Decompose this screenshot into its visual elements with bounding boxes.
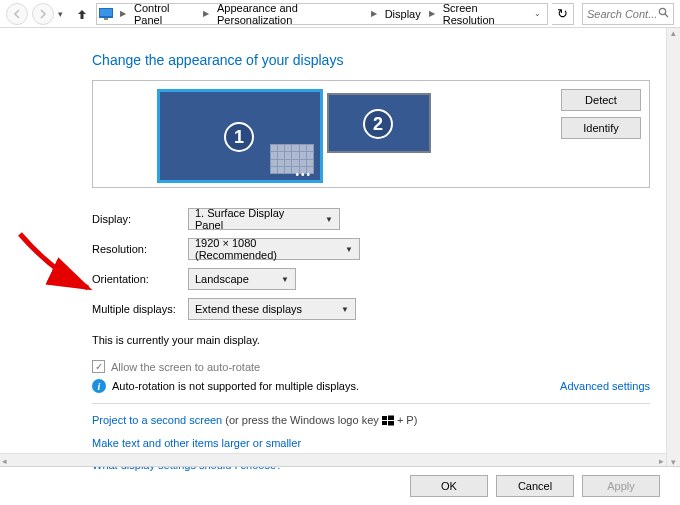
- svg-rect-5: [382, 416, 387, 420]
- main-content: Change the appearance of your displays 1…: [0, 28, 680, 471]
- text-size-link[interactable]: Make text and other items larger or smal…: [92, 437, 680, 449]
- address-dropdown-icon[interactable]: ⌄: [530, 9, 545, 18]
- chevron-right-icon[interactable]: ▶: [426, 9, 438, 18]
- orientation-select[interactable]: Landscape▼: [188, 268, 296, 290]
- breadcrumb-item[interactable]: Appearance and Personalization: [214, 2, 366, 26]
- search-placeholder: Search Cont...: [587, 8, 657, 20]
- info-icon: i: [92, 379, 106, 393]
- apply-button[interactable]: Apply: [582, 475, 660, 497]
- toolbar: ▾ ▶ Control Panel ▶ Appearance and Perso…: [0, 0, 680, 28]
- monitor-1[interactable]: 1 •••: [157, 89, 323, 183]
- chevron-right-icon[interactable]: ▶: [200, 9, 212, 18]
- breadcrumb-item[interactable]: Display: [382, 8, 424, 20]
- multiple-displays-label: Multiple displays:: [92, 303, 188, 315]
- display-select[interactable]: 1. Surface Display Panel▼: [188, 208, 340, 230]
- chevron-down-icon: ▼: [325, 215, 333, 224]
- svg-line-4: [665, 14, 668, 17]
- monitor-layout[interactable]: 1 ••• 2: [157, 89, 431, 183]
- chevron-right-icon[interactable]: ▶: [368, 9, 380, 18]
- orientation-label: Orientation:: [92, 273, 188, 285]
- breadcrumb-item[interactable]: Control Panel: [131, 2, 198, 26]
- forward-button[interactable]: [32, 3, 54, 25]
- chevron-down-icon: ▼: [345, 245, 353, 254]
- control-panel-icon: [99, 8, 115, 20]
- recent-locations-dropdown[interactable]: ▾: [58, 8, 68, 20]
- windows-logo-icon: [382, 415, 394, 427]
- breadcrumb-item[interactable]: Screen Resolution: [440, 2, 528, 26]
- project-second-screen-link[interactable]: Project to a second screen: [92, 414, 222, 426]
- ok-button[interactable]: OK: [410, 475, 488, 497]
- search-icon: [658, 7, 669, 20]
- advanced-settings-link[interactable]: Advanced settings: [560, 380, 650, 392]
- taskbar-indicator: •••: [295, 169, 312, 180]
- identify-button[interactable]: Identify: [561, 117, 641, 139]
- monitor-2[interactable]: 2: [327, 93, 431, 153]
- monitor-1-badge: 1: [224, 122, 254, 152]
- refresh-button[interactable]: ↻: [552, 3, 574, 25]
- horizontal-scrollbar[interactable]: ◂▸: [0, 453, 666, 467]
- display-label: Display:: [92, 213, 188, 225]
- address-bar[interactable]: ▶ Control Panel ▶ Appearance and Persona…: [96, 3, 548, 25]
- monitor-2-badge: 2: [363, 109, 393, 139]
- chevron-down-icon: ▼: [281, 275, 289, 284]
- svg-rect-2: [104, 18, 108, 20]
- resolution-select[interactable]: 1920 × 1080 (Recommended)▼: [188, 238, 360, 260]
- up-button[interactable]: [72, 4, 92, 24]
- svg-point-3: [659, 8, 665, 14]
- vertical-scrollbar[interactable]: ▴▾: [666, 28, 680, 467]
- back-button[interactable]: [6, 3, 28, 25]
- detect-button[interactable]: Detect: [561, 89, 641, 111]
- main-display-note: This is currently your main display.: [92, 334, 680, 346]
- autorotate-warning: Auto-rotation is not supported for multi…: [112, 380, 359, 392]
- footer-divider: [0, 466, 680, 467]
- multiple-displays-select[interactable]: Extend these displays▼: [188, 298, 356, 320]
- cancel-button[interactable]: Cancel: [496, 475, 574, 497]
- resolution-label: Resolution:: [92, 243, 188, 255]
- autorotate-checkbox: ✓: [92, 360, 105, 373]
- project-hint: (or press the Windows logo key + P): [225, 414, 417, 426]
- chevron-right-icon[interactable]: ▶: [117, 9, 129, 18]
- chevron-down-icon: ▼: [341, 305, 349, 314]
- search-input[interactable]: Search Cont...: [582, 3, 674, 25]
- page-title: Change the appearance of your displays: [92, 52, 680, 68]
- svg-rect-1: [100, 9, 112, 16]
- svg-rect-7: [382, 421, 387, 425]
- display-preview: 1 ••• 2 Detect Identify: [92, 80, 650, 188]
- autorotate-label: Allow the screen to auto-rotate: [111, 361, 260, 373]
